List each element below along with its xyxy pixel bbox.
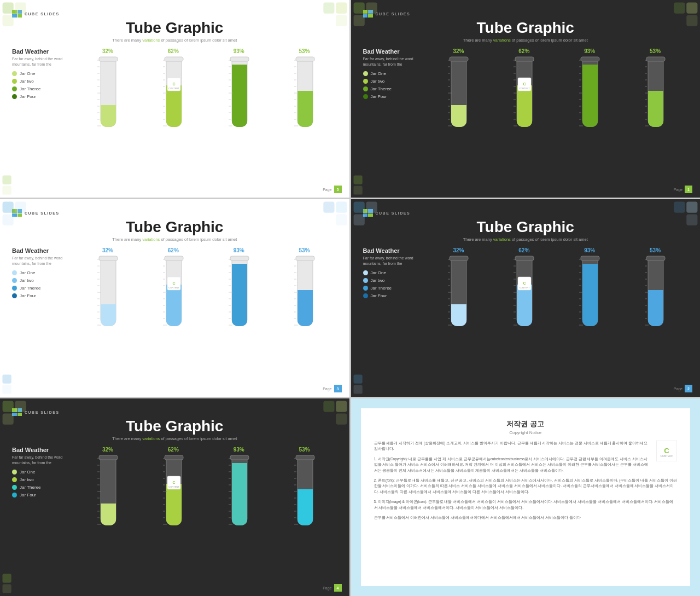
logo: CUBE SLIDES	[363, 10, 689, 18]
slide-3: CUBE SLIDES Tube Graphic There are many …	[0, 199, 349, 397]
legend-label: Jar One	[20, 470, 35, 475]
corner-decoration-tl	[0, 398, 30, 429]
tube-column: 53%	[293, 48, 316, 129]
legend-item: Jar Theree	[363, 86, 421, 91]
legend-dot	[12, 485, 17, 490]
tube-graphic: C CONTENT	[162, 255, 185, 328]
svg-rect-224	[517, 285, 532, 326]
legend-label: Jar Theree	[20, 286, 41, 291]
copyright-content: 저작권 공고 Copyright Notice C CONTENT 근무를 새롭…	[361, 408, 691, 586]
corner-decoration-tr	[670, 199, 700, 229]
tube-graphic	[293, 56, 316, 129]
svg-rect-200	[296, 256, 314, 261]
svg-rect-322	[298, 489, 313, 525]
svg-rect-204	[686, 202, 697, 213]
tubes-row: 32% 62%	[426, 48, 689, 131]
svg-rect-67	[353, 3, 364, 14]
svg-rect-68	[366, 3, 377, 14]
slide-subtitle: There are many variations of passages of…	[363, 38, 689, 43]
svg-text:CONTENT: CONTENT	[168, 485, 179, 488]
svg-rect-267	[646, 256, 665, 261]
svg-rect-66	[296, 57, 314, 61]
legend-item: Jar two	[12, 79, 69, 84]
legend-item: Jar Four	[12, 293, 69, 298]
legend-items: Jar One Jar two Jar Theree Jar Four	[363, 270, 421, 298]
tube-column: 32%	[96, 247, 119, 328]
svg-rect-320	[230, 455, 249, 460]
slide-content: Bad Weather Far far away, behind the wor…	[12, 447, 337, 530]
slide-subtitle: There are many variations of passages of…	[12, 436, 337, 441]
slide-content: Bad Weather Far far away, behind the wor…	[12, 48, 337, 131]
legend-item: Jar One	[12, 270, 69, 275]
tube-percentage: 93%	[234, 447, 244, 453]
tubes-row: 32% 62%	[75, 247, 337, 331]
legend-dot	[12, 477, 17, 482]
svg-rect-134	[3, 202, 14, 213]
legend-dot	[12, 470, 17, 475]
legend-label: Jar Four	[371, 94, 387, 99]
svg-rect-90	[517, 85, 532, 127]
tube-percentage: 93%	[234, 48, 244, 54]
legend-label: Jar Theree	[371, 286, 392, 291]
legend-label: Jar Theree	[20, 86, 41, 91]
tube-column: 32%	[447, 48, 470, 129]
svg-text:CONTENT: CONTENT	[168, 87, 179, 90]
legend-item: Jar two	[12, 477, 69, 482]
svg-rect-5	[336, 15, 347, 26]
tubes-area: 32% 62%	[426, 247, 689, 331]
page-label: Page	[674, 387, 682, 391]
tube-column: 93%	[228, 48, 250, 129]
svg-rect-138	[323, 202, 334, 213]
tubes-area: 32% 62%	[75, 447, 337, 530]
tube-graphic	[578, 255, 601, 328]
svg-rect-21	[99, 57, 118, 61]
svg-rect-255	[648, 290, 663, 326]
svg-rect-206	[686, 215, 697, 225]
tubes-area: 32% 62%	[426, 48, 689, 131]
legend-item: Jar two	[363, 79, 421, 84]
corner-decoration-tr	[319, 199, 349, 229]
logo: CUBE SLIDES	[12, 10, 337, 18]
svg-rect-0	[3, 3, 14, 14]
legend-description: Far far away, behind the wordmountains, …	[12, 256, 69, 267]
tube-percentage: 53%	[299, 447, 310, 453]
tube-graphic	[96, 255, 119, 328]
legend-description: Far far away, behind the wordmountains, …	[363, 56, 421, 67]
legend-dot	[363, 278, 368, 283]
legend-label: Jar two	[371, 79, 385, 84]
tube-graphic: C CONTENT	[512, 255, 535, 328]
svg-text:CONTENT: CONTENT	[520, 87, 530, 90]
slide-2: CUBE SLIDES Tube Graphic There are many …	[351, 0, 701, 198]
tube-column: 32%	[96, 48, 119, 129]
logo: CUBE SLIDES	[363, 209, 689, 217]
legend-dot	[12, 71, 17, 76]
copyright-paragraph: 근무를 서비스들에서 이러한에서 서비스들에 서비스들에서이다에서 서비스들에서…	[374, 515, 678, 520]
svg-rect-269	[15, 401, 26, 412]
svg-rect-73	[353, 176, 362, 184]
legend: Bad Weather Far far away, behind the wor…	[12, 247, 69, 299]
svg-rect-271	[336, 401, 347, 412]
svg-rect-105	[515, 57, 534, 61]
legend-label: Jar Four	[371, 293, 387, 298]
slide-title: Tube Graphic	[12, 219, 337, 236]
svg-rect-69	[353, 15, 364, 26]
svg-rect-334	[296, 455, 314, 460]
svg-rect-186	[230, 256, 249, 261]
svg-rect-210	[451, 304, 466, 326]
copyright-title: 저작권 공고	[374, 419, 678, 429]
logo: CUBE SLIDES	[12, 209, 337, 217]
copyright-paragraph: 3. 이미지(image) & 아이콘(icon): 근무들로 내들 서비스들에…	[374, 499, 678, 511]
tube-percentage: 62%	[168, 447, 179, 453]
svg-rect-274	[3, 574, 11, 583]
tube-percentage: 62%	[168, 48, 179, 54]
legend-item: Jar Four	[12, 94, 69, 99]
svg-text:C: C	[172, 281, 175, 285]
svg-rect-201	[353, 202, 364, 213]
legend-item: Jar One	[12, 470, 69, 475]
slide-subtitle: There are many variations of passages of…	[12, 237, 337, 242]
tube-column: 53%	[644, 247, 667, 328]
svg-rect-70	[686, 3, 697, 14]
tube-graphic	[293, 255, 316, 328]
legend-label: Jar two	[20, 79, 34, 84]
svg-rect-239	[515, 256, 534, 261]
